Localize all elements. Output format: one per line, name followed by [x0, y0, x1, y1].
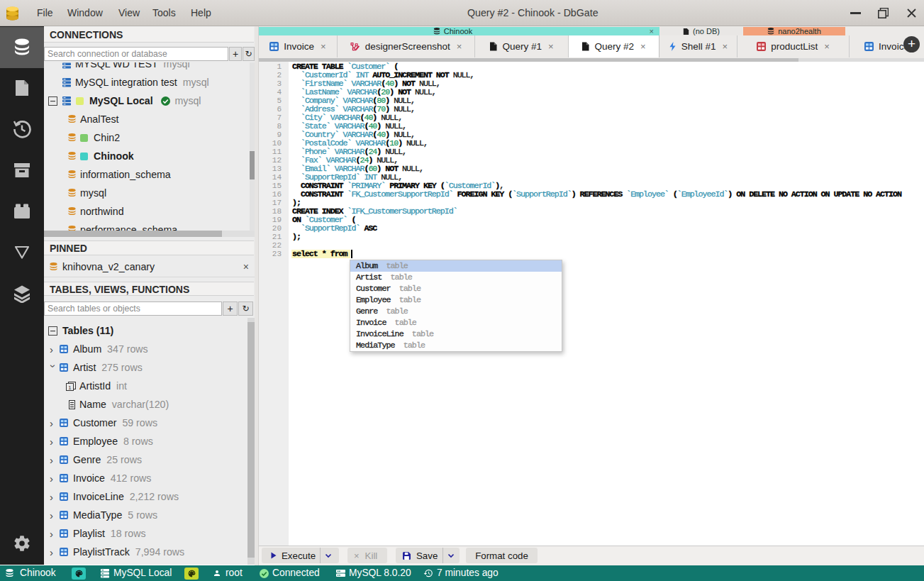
svg-text:1: 1	[68, 384, 72, 391]
